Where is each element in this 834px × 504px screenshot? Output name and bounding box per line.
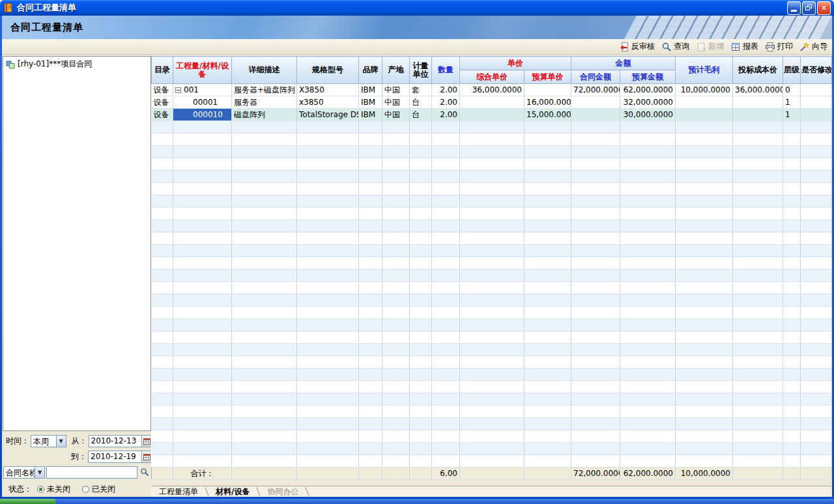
taskbar [0, 499, 834, 504]
start-button[interactable] [0, 499, 56, 504]
column-header-description[interactable]: 详细描述 [232, 57, 297, 84]
column-header-brand[interactable]: 品牌 [359, 57, 382, 84]
restore-button[interactable] [802, 1, 816, 15]
to-calendar-button[interactable] [141, 451, 151, 462]
column-header-modified[interactable]: 是否修改 [801, 57, 832, 84]
grid-cell[interactable]: 72,000.0000 [571, 84, 620, 96]
grid-cell[interactable] [801, 109, 832, 121]
column-header-composite-price[interactable]: 综合单价 [460, 70, 525, 84]
grid-cell[interactable]: 设备 [152, 109, 173, 121]
column-header-bid-cost[interactable]: 投标成本价 [733, 57, 783, 84]
grid-cell[interactable]: IBM [359, 96, 382, 109]
radio-closed[interactable]: 已关闭 [82, 484, 115, 495]
grid-cell[interactable]: 0 [783, 84, 801, 96]
empty-row [152, 270, 832, 282]
print-button[interactable]: 打印 [762, 40, 796, 53]
grid-cell[interactable] [676, 96, 733, 109]
grid-cell[interactable]: x3850 [297, 96, 359, 109]
column-header-quantity[interactable]: 数量 [432, 57, 460, 84]
grid-cell[interactable]: 36,000.0000 [460, 84, 525, 96]
grid-cell[interactable]: 16,000.0000 [525, 96, 571, 109]
minimize-button[interactable] [787, 1, 801, 15]
grid-cell[interactable]: 62,000.0000 [620, 84, 676, 96]
grid-cell[interactable]: 台 [410, 109, 432, 121]
close-button[interactable]: ✕ [817, 1, 831, 15]
table-row: 设备−001服务器+磁盘阵列X3850IBM中国套2.0036,000.0000… [152, 84, 832, 96]
column-header-catalog[interactable]: 目录 [152, 57, 173, 84]
grid-cell[interactable]: 000010 [173, 109, 232, 121]
grid-cell[interactable]: 1 [783, 109, 801, 121]
grid-cell[interactable]: 服务器 [232, 96, 297, 109]
tree-collapse-icon[interactable]: − [175, 87, 181, 93]
column-header-budget-amount[interactable]: 预算金额 [620, 70, 676, 84]
grid-cell[interactable] [733, 109, 783, 121]
grid-cell[interactable]: 设备 [152, 84, 173, 96]
wizard-button[interactable]: 向导 [796, 40, 831, 53]
grid-cell[interactable]: 服务器+磁盘阵列 [232, 84, 297, 96]
grid-cell[interactable]: IBM [359, 84, 382, 96]
column-header-contract-amount[interactable]: 合同金额 [571, 70, 620, 84]
column-header-item-code[interactable]: 工程量/材料/设备 [173, 57, 232, 84]
grid-cell[interactable] [525, 84, 571, 96]
grid-cell[interactable]: 10,000.0000 [676, 84, 733, 96]
tab-collaboration[interactable]: 协同办公 [265, 486, 301, 497]
column-group-amount[interactable]: 金额 [571, 57, 676, 70]
column-group-unit-price[interactable]: 单价 [460, 57, 571, 70]
time-range-select[interactable]: 本周 ▼ [31, 435, 66, 447]
tree-item-contract[interactable]: [rhy-01]***项目合同 [3, 57, 151, 72]
name-search-button[interactable] [139, 466, 151, 478]
tab-quantity-list[interactable]: 工程量清单 [156, 486, 201, 497]
grid-cell[interactable]: 00001 [173, 96, 232, 109]
grid-cell[interactable]: 32,000.0000 [620, 96, 676, 109]
contract-name-input[interactable] [46, 466, 137, 479]
grid-cell[interactable]: 中国 [382, 96, 410, 109]
grid-cell[interactable]: X3850 [297, 84, 359, 96]
radio-not-closed[interactable]: 未关闭 [37, 484, 70, 495]
grid-cell[interactable]: 2.00 [432, 84, 460, 96]
grid-cell[interactable] [460, 109, 525, 121]
calendar-icon [143, 438, 151, 445]
column-header-budget-price[interactable]: 预算单价 [525, 70, 571, 84]
grid-cell[interactable]: 中国 [382, 109, 410, 121]
empty-row [152, 257, 832, 270]
new-button[interactable]: 新增 [693, 40, 727, 53]
grid-cell[interactable]: 2.00 [432, 96, 460, 109]
filter-panel: 时间： 本周 ▼ 从： 到： [2, 431, 152, 497]
grid-cell[interactable]: IBM [359, 109, 382, 121]
column-header-level[interactable]: 层级 [783, 57, 801, 84]
grid-cell[interactable] [676, 109, 733, 121]
grid-cell[interactable] [733, 96, 783, 109]
chevron-down-icon[interactable]: ▼ [35, 467, 44, 478]
grid-cell[interactable]: 36,000.0000 [733, 84, 783, 96]
grid-cell[interactable]: 磁盘阵列 [232, 109, 297, 121]
grid-cell[interactable]: 1 [783, 96, 801, 109]
column-header-origin[interactable]: 产地 [382, 57, 410, 84]
unaudit-button[interactable]: 反审核 [616, 40, 658, 53]
grid-cell[interactable] [801, 84, 832, 96]
query-button[interactable]: 查询 [658, 40, 693, 53]
chevron-down-icon[interactable]: ▼ [56, 436, 66, 447]
search-icon [661, 42, 672, 52]
column-header-unit[interactable]: 计量单位 [410, 57, 432, 84]
from-date-input[interactable] [89, 436, 141, 447]
grid-cell[interactable] [801, 96, 832, 109]
from-calendar-button[interactable] [141, 436, 151, 447]
grid-cell[interactable]: TotalStorage DS3 [297, 109, 359, 121]
grid-cell[interactable] [460, 96, 525, 109]
contract-name-select[interactable]: 合同名称 ▼ [3, 466, 45, 479]
grid-cell[interactable]: −001 [173, 84, 232, 96]
column-header-estimated-profit[interactable]: 预计毛利 [676, 57, 733, 84]
grid-cell[interactable]: 中国 [382, 84, 410, 96]
to-date-input[interactable] [89, 451, 141, 462]
tab-material-equipment[interactable]: 材料/设备 [213, 486, 252, 497]
report-button[interactable]: 报表 [727, 40, 762, 53]
grid-cell[interactable]: 2.00 [432, 109, 460, 121]
grid-cell[interactable]: 套 [410, 84, 432, 96]
grid-cell[interactable]: 设备 [152, 96, 173, 109]
grid-cell[interactable]: 台 [410, 96, 432, 109]
grid-cell[interactable] [571, 96, 620, 109]
column-header-spec-model[interactable]: 规格型号 [297, 57, 359, 84]
grid-cell[interactable]: 15,000.0000 [525, 109, 571, 121]
grid-cell[interactable]: 30,000.0000 [620, 109, 676, 121]
grid-cell[interactable] [571, 109, 620, 121]
